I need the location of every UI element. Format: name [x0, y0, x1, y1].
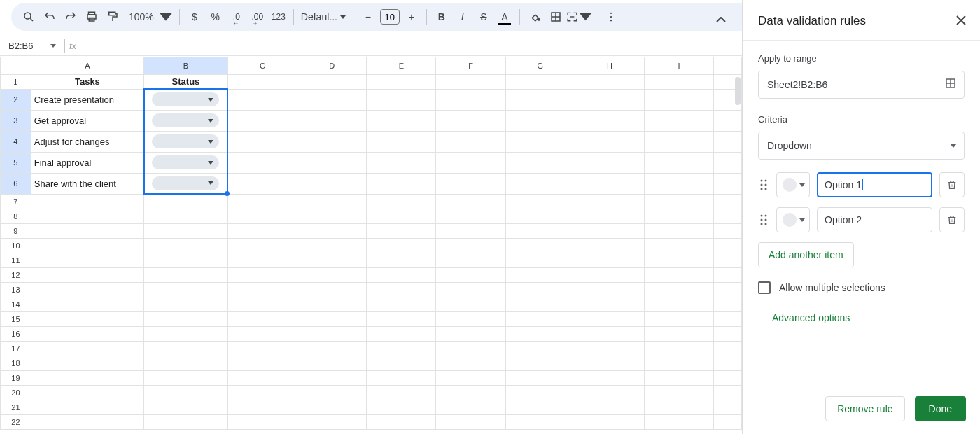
apply-range-label: Apply to range — [758, 53, 965, 64]
row-header[interactable]: 16 — [1, 326, 31, 341]
row-header[interactable]: 12 — [1, 267, 31, 282]
row-header[interactable]: 13 — [1, 282, 31, 297]
item-color-selector[interactable] — [776, 207, 810, 232]
decrease-decimal-button[interactable]: .0← — [226, 6, 247, 27]
close-panel-button[interactable] — [956, 13, 966, 29]
row-header[interactable]: 1 — [1, 74, 31, 89]
row-header[interactable]: 7 — [1, 194, 31, 209]
text-color-button[interactable]: A — [494, 6, 515, 27]
svg-point-30 — [765, 223, 767, 225]
column-header[interactable]: F — [436, 57, 505, 74]
font-size-input[interactable]: 10 — [380, 9, 400, 24]
chevron-down-icon — [580, 10, 592, 23]
select-all-corner[interactable] — [1, 57, 31, 74]
column-header[interactable]: C — [227, 57, 297, 74]
delete-item-button[interactable] — [939, 207, 965, 232]
done-button[interactable]: Done — [915, 396, 966, 421]
remove-rule-button[interactable]: Remove rule — [825, 396, 904, 421]
dropdown-item-row: Option 1 — [758, 172, 965, 197]
cell[interactable]: Get approval — [31, 110, 144, 131]
dropdown-cell[interactable] — [144, 110, 228, 131]
item-color-selector[interactable] — [776, 172, 810, 197]
spreadsheet-grid[interactable]: A B C D E F G H I 1 Tasks Status 2 Creat… — [0, 57, 742, 434]
row-header[interactable]: 2 — [1, 89, 31, 110]
font-selector[interactable]: Defaul... — [298, 11, 349, 22]
row-header[interactable]: 14 — [1, 297, 31, 312]
row-header[interactable]: 9 — [1, 223, 31, 238]
number-format-button[interactable]: 123 — [268, 6, 289, 27]
column-header[interactable]: B — [144, 57, 228, 74]
row-header[interactable]: 19 — [1, 370, 31, 385]
svg-point-22 — [765, 188, 767, 190]
row-header[interactable]: 11 — [1, 253, 31, 267]
row-header[interactable]: 17 — [1, 341, 31, 356]
column-header[interactable]: H — [575, 57, 644, 74]
add-item-button[interactable]: Add another item — [758, 242, 854, 267]
italic-button[interactable]: I — [452, 6, 473, 27]
borders-button[interactable] — [545, 6, 566, 27]
row-header[interactable]: 20 — [1, 385, 31, 400]
vertical-scrollbar[interactable] — [731, 57, 742, 434]
name-box[interactable]: B2:B6 — [8, 41, 60, 51]
column-header[interactable]: I — [645, 57, 714, 74]
merge-cells-button[interactable] — [566, 6, 592, 27]
column-header[interactable]: E — [367, 57, 436, 74]
redo-icon[interactable] — [60, 6, 81, 27]
dropdown-cell[interactable] — [144, 131, 228, 152]
cell[interactable]: Share with the client — [31, 173, 144, 194]
criteria-select[interactable]: Dropdown — [758, 132, 965, 160]
row-header[interactable]: 5 — [1, 152, 31, 173]
zoom-selector[interactable]: 100% — [123, 6, 175, 27]
cell[interactable]: Final approval — [31, 152, 144, 173]
delete-item-button[interactable] — [939, 172, 965, 197]
more-toolbar-icon[interactable] — [601, 6, 622, 27]
decrease-font-button[interactable]: − — [358, 6, 379, 27]
row-header[interactable]: 6 — [1, 173, 31, 194]
advanced-options-link[interactable]: Advanced options — [772, 312, 965, 323]
cell[interactable]: Status — [144, 74, 228, 89]
undo-icon[interactable] — [39, 6, 60, 27]
scrollbar-thumb[interactable] — [735, 77, 741, 105]
font-size-group: − 10 + — [358, 6, 422, 27]
bold-button[interactable]: B — [431, 6, 452, 27]
select-range-button[interactable] — [944, 77, 957, 92]
print-icon[interactable] — [81, 6, 102, 27]
strikethrough-button[interactable]: S — [473, 6, 494, 27]
cell[interactable]: Create presentation — [31, 89, 144, 110]
item-value-input[interactable]: Option 1 — [817, 172, 932, 197]
drag-handle-icon[interactable] — [758, 214, 769, 225]
color-swatch — [783, 213, 797, 227]
row-header[interactable]: 21 — [1, 400, 31, 414]
toolbar-separator — [293, 9, 294, 24]
row-header[interactable]: 4 — [1, 131, 31, 152]
dropdown-cell[interactable] — [144, 89, 228, 110]
collapse-toolbar-button[interactable] — [711, 10, 731, 29]
column-header[interactable]: G — [505, 57, 575, 74]
currency-button[interactable]: $ — [184, 6, 205, 27]
row-header[interactable]: 15 — [1, 312, 31, 326]
search-icon[interactable] — [18, 6, 39, 27]
row-header[interactable]: 8 — [1, 209, 31, 223]
paint-format-icon[interactable] — [102, 6, 123, 27]
row-header[interactable]: 22 — [1, 414, 31, 429]
row-header[interactable]: 3 — [1, 110, 31, 131]
row-header[interactable]: 10 — [1, 238, 31, 253]
dropdown-cell[interactable] — [144, 173, 228, 194]
chevron-up-icon — [716, 17, 726, 22]
column-header[interactable]: A — [31, 57, 144, 74]
item-value-input[interactable]: Option 2 — [817, 207, 932, 232]
cell[interactable]: Tasks — [31, 74, 144, 89]
allow-multiple-checkbox[interactable] — [758, 281, 771, 294]
increase-decimal-button[interactable]: .00→ — [247, 6, 268, 27]
dropdown-cell[interactable] — [144, 152, 228, 173]
increase-font-button[interactable]: + — [401, 6, 422, 27]
drag-handle-icon[interactable] — [758, 179, 769, 190]
percent-button[interactable]: % — [205, 6, 226, 27]
fill-color-button[interactable] — [524, 6, 545, 27]
range-input[interactable]: Sheet2!B2:B6 — [767, 79, 944, 90]
cell[interactable]: Adjust for changes — [31, 131, 144, 152]
row-header[interactable]: 18 — [1, 356, 31, 370]
svg-point-18 — [765, 180, 767, 182]
column-header[interactable]: D — [298, 57, 367, 74]
svg-point-26 — [765, 215, 767, 217]
